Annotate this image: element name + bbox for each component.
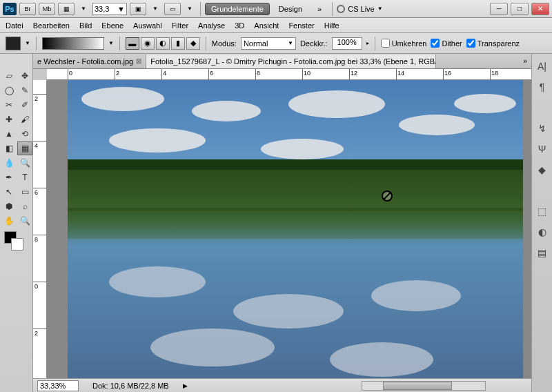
move-arrow-tool[interactable]: ✥ <box>17 69 32 83</box>
mode-dropdown[interactable]: Normal▼ <box>241 37 296 50</box>
minimize-button[interactable]: ─ <box>490 3 508 15</box>
menu-fenster[interactable]: Fenster <box>288 21 314 30</box>
gradient-preview[interactable] <box>42 37 104 50</box>
dither-checkbox[interactable]: Dither <box>431 39 462 48</box>
toolbar: ▱✥ ◯✎ ✂✐ ✚🖌 ▲⟲ ◧▦ 💧🔍 ✒T ↖▭ ⬢⌕ ✋🔍 <box>0 54 33 392</box>
path-tool[interactable]: ↖ <box>1 185 17 199</box>
menu-3d[interactable]: 3D <box>235 21 244 30</box>
viewmode-button[interactable]: ▦ <box>58 3 75 15</box>
arrange-dropdown[interactable]: ▼ <box>149 3 161 15</box>
menu-bild[interactable]: Bild <box>79 21 92 30</box>
titlebar: Ps Br Mb ▦ ▼ 33,3▼ ▣ ▼ ▭ ▼ Grundelemente… <box>0 0 552 18</box>
gradient-diamond[interactable]: ◆ <box>186 37 200 50</box>
background-color[interactable] <box>11 238 23 251</box>
ruler-vertical[interactable]: 246802 <box>33 80 47 392</box>
stamp-tool[interactable]: ▲ <box>1 127 17 141</box>
shape-tool[interactable]: ▭ <box>17 185 32 199</box>
document-tabs: e Wechsler - Fotolia.com.jpg⊠ Fotolia_15… <box>33 54 531 69</box>
clonesrc-panel-icon[interactable]: ◆ <box>535 163 549 177</box>
dodge-tool[interactable]: 🔍 <box>17 156 32 170</box>
history-panel-icon[interactable]: ↯ <box>535 121 549 135</box>
not-allowed-cursor-icon <box>382 190 393 202</box>
screenmode-button[interactable]: ▭ <box>164 3 181 15</box>
gradient-linear[interactable]: ▬ <box>126 37 139 50</box>
status-docsize: Dok: 10,6 MB/22,8 MB <box>92 382 169 390</box>
hand-tool[interactable]: ✋ <box>1 214 17 228</box>
gradient-tool[interactable]: ▦ <box>17 141 32 155</box>
maximize-button[interactable]: □ <box>511 3 529 15</box>
canvas[interactable] <box>47 80 531 392</box>
mode-label: Modus: <box>212 39 237 48</box>
eyedropper-tool[interactable]: ✐ <box>17 98 32 112</box>
status-zoom[interactable]: 33,33% <box>37 380 79 391</box>
pen-tool[interactable]: ✒ <box>1 170 17 184</box>
menubar: Datei Bearbeiten Bild Ebene Auswahl Filt… <box>0 18 552 33</box>
reverse-checkbox[interactable]: Umkehren <box>381 39 427 48</box>
tool-preset[interactable] <box>6 37 21 50</box>
navigator-panel-icon[interactable]: ⬚ <box>535 204 549 218</box>
type-tool[interactable]: T <box>17 170 32 184</box>
menu-datei[interactable]: Datei <box>6 21 23 30</box>
gradient-reflected[interactable]: ▮ <box>171 37 185 50</box>
eraser-tool[interactable]: ◧ <box>1 141 17 155</box>
menu-ansicht[interactable]: Ansicht <box>254 21 279 30</box>
3d-tool[interactable]: ⬢ <box>1 199 17 213</box>
workspace-more[interactable]: » <box>311 3 328 15</box>
brushes-panel-icon[interactable]: Ψ <box>535 142 549 156</box>
ps-logo: Ps <box>3 3 17 15</box>
brush-tool[interactable]: 🖌 <box>17 112 32 126</box>
cslive-icon <box>337 5 345 13</box>
minibridge-button[interactable]: Mb <box>39 3 55 15</box>
transparency-checkbox[interactable]: Transparenz <box>466 39 520 48</box>
layers-panel-icon[interactable]: ▤ <box>535 246 549 259</box>
screenmode-dropdown[interactable]: ▼ <box>184 3 196 15</box>
history-tool[interactable]: ⟲ <box>17 127 32 141</box>
menu-bearbeiten[interactable]: Bearbeiten <box>33 21 70 30</box>
menu-ebene[interactable]: Ebene <box>101 21 124 30</box>
move-tool[interactable]: ▱ <box>1 69 17 83</box>
panel-dock: A| ¶ ↯ Ψ ◆ ⬚ ◐ ▤ <box>531 54 552 392</box>
tab-1[interactable]: e Wechsler - Fotolia.com.jpg⊠ <box>33 55 146 68</box>
viewmode-dropdown[interactable]: ▼ <box>77 3 90 15</box>
blur-tool[interactable]: 💧 <box>1 156 17 170</box>
status-bar: 33,33% Dok: 10,6 MB/22,8 MB▶ <box>33 378 531 392</box>
tab-scroll[interactable]: » <box>519 57 531 65</box>
scrollbar-thumb[interactable] <box>383 382 452 390</box>
workspace-design[interactable]: Design <box>273 3 308 15</box>
lasso-tool[interactable]: ◯ <box>1 84 17 97</box>
crop-tool[interactable]: ✂ <box>1 98 17 112</box>
close-button[interactable]: ✕ <box>531 3 549 15</box>
menu-auswahl[interactable]: Auswahl <box>133 21 162 30</box>
zoom-tool[interactable]: 🔍 <box>17 214 32 228</box>
character-panel-icon[interactable]: A| <box>535 59 549 73</box>
options-bar: ▼ ▼ ▬ ◉ ◐ ▮ ◆ Modus: Normal▼ Deckkr.: 10… <box>0 33 552 54</box>
opacity-input[interactable]: 100% <box>332 37 362 50</box>
workspace-essentials[interactable]: Grundelemente <box>205 3 270 15</box>
cs-live[interactable]: CS Live▼ <box>337 5 382 13</box>
close-icon[interactable]: ⊠ <box>136 57 141 65</box>
paragraph-panel-icon[interactable]: ¶ <box>535 80 549 94</box>
document-image <box>68 80 523 384</box>
arrange-button[interactable]: ▣ <box>130 3 146 15</box>
gradient-radial[interactable]: ◉ <box>141 37 155 50</box>
healing-tool[interactable]: ✚ <box>1 112 17 126</box>
bridge-button[interactable]: Br <box>19 3 36 15</box>
3dcam-tool[interactable]: ⌕ <box>17 199 32 213</box>
gradient-angle[interactable]: ◐ <box>156 37 170 50</box>
menu-hilfe[interactable]: Hilfe <box>324 21 339 30</box>
info-panel-icon[interactable]: ◐ <box>535 225 549 239</box>
menu-filter[interactable]: Filter <box>172 21 188 30</box>
opacity-label: Deckkr.: <box>300 39 328 48</box>
color-swatches[interactable] <box>1 231 32 253</box>
tab-2[interactable]: Fotolia_15279687_L - © Dmitry Pichugin -… <box>146 55 436 68</box>
ruler-horizontal[interactable]: 024681012141618 <box>47 69 531 80</box>
quickselect-tool[interactable]: ✎ <box>17 84 32 97</box>
menu-analyse[interactable]: Analyse <box>198 21 225 30</box>
scrollbar-horizontal[interactable] <box>362 381 486 391</box>
zoom-dropdown[interactable]: 33,3▼ <box>92 3 127 15</box>
